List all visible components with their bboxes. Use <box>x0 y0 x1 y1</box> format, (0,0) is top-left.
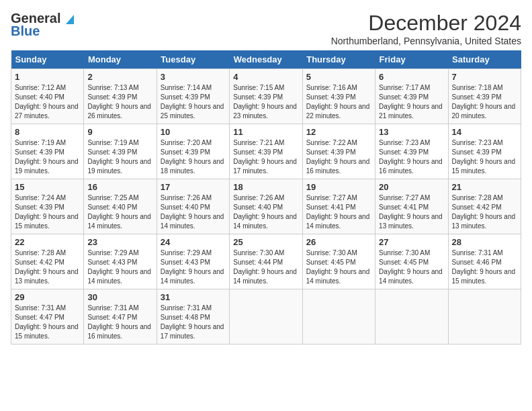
day-cell: 16 Sunrise: 7:25 AM Sunset: 4:40 PM Dayl… <box>84 179 157 234</box>
month-year: December 2024 <box>331 11 521 36</box>
day-info: Sunrise: 7:22 AM Sunset: 4:39 PM Dayligh… <box>306 139 370 175</box>
day-number: 23 <box>87 237 152 247</box>
day-info: Sunrise: 7:29 AM Sunset: 4:43 PM Dayligh… <box>161 249 224 285</box>
day-info: Sunrise: 7:13 AM Sunset: 4:39 PM Dayligh… <box>87 84 151 120</box>
day-number: 7 <box>452 72 517 82</box>
calendar-table: SundayMondayTuesdayWednesdayThursdayFrid… <box>11 50 521 345</box>
logo-icon <box>62 12 75 26</box>
day-cell <box>302 289 375 345</box>
day-info: Sunrise: 7:31 AM Sunset: 4:48 PM Dayligh… <box>161 304 224 340</box>
day-info: Sunrise: 7:27 AM Sunset: 4:41 PM Dayligh… <box>379 194 443 230</box>
logo: General Blue <box>11 11 75 39</box>
day-number: 6 <box>379 72 444 82</box>
day-cell: 11 Sunrise: 7:21 AM Sunset: 4:39 PM Dayl… <box>230 124 302 179</box>
day-number: 29 <box>15 292 80 302</box>
day-info: Sunrise: 7:23 AM Sunset: 4:39 PM Dayligh… <box>379 139 443 175</box>
logo-blue-text: Blue <box>11 24 40 39</box>
day-cell: 19 Sunrise: 7:27 AM Sunset: 4:41 PM Dayl… <box>302 179 375 234</box>
day-cell: 6 Sunrise: 7:17 AM Sunset: 4:39 PM Dayli… <box>375 69 448 124</box>
header-cell-sunday: Sunday <box>11 50 84 69</box>
day-info: Sunrise: 7:23 AM Sunset: 4:39 PM Dayligh… <box>452 139 516 175</box>
day-info: Sunrise: 7:14 AM Sunset: 4:39 PM Dayligh… <box>161 84 224 120</box>
day-cell: 3 Sunrise: 7:14 AM Sunset: 4:39 PM Dayli… <box>157 69 229 124</box>
day-cell: 2 Sunrise: 7:13 AM Sunset: 4:39 PM Dayli… <box>84 69 157 124</box>
day-info: Sunrise: 7:17 AM Sunset: 4:39 PM Dayligh… <box>379 84 443 120</box>
header-cell-monday: Monday <box>84 50 157 69</box>
day-number: 22 <box>15 237 80 247</box>
day-cell: 28 Sunrise: 7:31 AM Sunset: 4:46 PM Dayl… <box>448 234 521 289</box>
day-info: Sunrise: 7:19 AM Sunset: 4:39 PM Dayligh… <box>87 139 151 175</box>
day-number: 19 <box>306 182 371 192</box>
day-info: Sunrise: 7:21 AM Sunset: 4:39 PM Dayligh… <box>233 139 297 175</box>
day-cell: 4 Sunrise: 7:15 AM Sunset: 4:39 PM Dayli… <box>230 69 302 124</box>
header-cell-thursday: Thursday <box>302 50 375 69</box>
day-info: Sunrise: 7:31 AM Sunset: 4:47 PM Dayligh… <box>87 304 151 340</box>
day-number: 25 <box>233 237 298 247</box>
day-number: 14 <box>452 127 517 137</box>
day-cell: 10 Sunrise: 7:20 AM Sunset: 4:39 PM Dayl… <box>157 124 229 179</box>
day-cell: 27 Sunrise: 7:30 AM Sunset: 4:45 PM Dayl… <box>375 234 448 289</box>
day-cell: 29 Sunrise: 7:31 AM Sunset: 4:47 PM Dayl… <box>11 289 84 345</box>
day-cell <box>448 289 521 345</box>
week-row-5: 29 Sunrise: 7:31 AM Sunset: 4:47 PM Dayl… <box>11 289 521 345</box>
day-number: 20 <box>379 182 444 192</box>
day-info: Sunrise: 7:31 AM Sunset: 4:47 PM Dayligh… <box>15 304 79 340</box>
day-number: 5 <box>306 72 371 82</box>
day-cell: 13 Sunrise: 7:23 AM Sunset: 4:39 PM Dayl… <box>375 124 448 179</box>
day-cell: 18 Sunrise: 7:26 AM Sunset: 4:40 PM Dayl… <box>230 179 302 234</box>
day-cell: 25 Sunrise: 7:30 AM Sunset: 4:44 PM Dayl… <box>230 234 302 289</box>
day-cell: 20 Sunrise: 7:27 AM Sunset: 4:41 PM Dayl… <box>375 179 448 234</box>
day-number: 26 <box>306 237 371 247</box>
day-number: 15 <box>15 182 80 192</box>
day-cell: 5 Sunrise: 7:16 AM Sunset: 4:39 PM Dayli… <box>302 69 375 124</box>
day-cell: 22 Sunrise: 7:28 AM Sunset: 4:42 PM Dayl… <box>11 234 84 289</box>
day-info: Sunrise: 7:27 AM Sunset: 4:41 PM Dayligh… <box>306 194 370 230</box>
day-info: Sunrise: 7:25 AM Sunset: 4:40 PM Dayligh… <box>87 194 151 230</box>
day-cell <box>230 289 302 345</box>
day-info: Sunrise: 7:30 AM Sunset: 4:44 PM Dayligh… <box>233 249 297 285</box>
day-number: 27 <box>379 237 444 247</box>
day-cell: 17 Sunrise: 7:26 AM Sunset: 4:40 PM Dayl… <box>157 179 229 234</box>
day-cell: 12 Sunrise: 7:22 AM Sunset: 4:39 PM Dayl… <box>302 124 375 179</box>
day-cell: 26 Sunrise: 7:30 AM Sunset: 4:45 PM Dayl… <box>302 234 375 289</box>
day-info: Sunrise: 7:29 AM Sunset: 4:43 PM Dayligh… <box>87 249 151 285</box>
week-row-2: 8 Sunrise: 7:19 AM Sunset: 4:39 PM Dayli… <box>11 124 521 179</box>
title-block: December 2024 Northumberland, Pennsylvan… <box>331 11 521 46</box>
day-cell: 23 Sunrise: 7:29 AM Sunset: 4:43 PM Dayl… <box>84 234 157 289</box>
header-cell-wednesday: Wednesday <box>230 50 302 69</box>
day-cell: 31 Sunrise: 7:31 AM Sunset: 4:48 PM Dayl… <box>157 289 229 345</box>
header-cell-tuesday: Tuesday <box>157 50 229 69</box>
day-number: 4 <box>233 72 298 82</box>
day-number: 28 <box>452 237 517 247</box>
day-number: 3 <box>161 72 226 82</box>
day-info: Sunrise: 7:28 AM Sunset: 4:42 PM Dayligh… <box>452 194 516 230</box>
day-info: Sunrise: 7:15 AM Sunset: 4:39 PM Dayligh… <box>233 84 297 120</box>
day-number: 16 <box>87 182 152 192</box>
day-cell: 9 Sunrise: 7:19 AM Sunset: 4:39 PM Dayli… <box>84 124 157 179</box>
header-cell-friday: Friday <box>375 50 448 69</box>
day-info: Sunrise: 7:20 AM Sunset: 4:39 PM Dayligh… <box>161 139 224 175</box>
day-number: 24 <box>161 237 226 247</box>
day-info: Sunrise: 7:12 AM Sunset: 4:40 PM Dayligh… <box>15 84 79 120</box>
day-info: Sunrise: 7:26 AM Sunset: 4:40 PM Dayligh… <box>161 194 224 230</box>
day-number: 17 <box>161 182 226 192</box>
day-number: 2 <box>87 72 152 82</box>
day-cell: 8 Sunrise: 7:19 AM Sunset: 4:39 PM Dayli… <box>11 124 84 179</box>
header-cell-saturday: Saturday <box>448 50 521 69</box>
day-cell: 14 Sunrise: 7:23 AM Sunset: 4:39 PM Dayl… <box>448 124 521 179</box>
week-row-1: 1 Sunrise: 7:12 AM Sunset: 4:40 PM Dayli… <box>11 69 521 124</box>
day-cell: 1 Sunrise: 7:12 AM Sunset: 4:40 PM Dayli… <box>11 69 84 124</box>
day-info: Sunrise: 7:26 AM Sunset: 4:40 PM Dayligh… <box>233 194 297 230</box>
day-info: Sunrise: 7:30 AM Sunset: 4:45 PM Dayligh… <box>306 249 370 285</box>
day-cell: 7 Sunrise: 7:18 AM Sunset: 4:39 PM Dayli… <box>448 69 521 124</box>
header-row: SundayMondayTuesdayWednesdayThursdayFrid… <box>11 50 521 69</box>
location: Northumberland, Pennsylvania, United Sta… <box>331 36 521 46</box>
day-cell: 24 Sunrise: 7:29 AM Sunset: 4:43 PM Dayl… <box>157 234 229 289</box>
day-cell <box>375 289 448 345</box>
day-number: 12 <box>306 127 371 137</box>
day-number: 10 <box>161 127 226 137</box>
day-info: Sunrise: 7:28 AM Sunset: 4:42 PM Dayligh… <box>15 249 79 285</box>
day-number: 9 <box>87 127 152 137</box>
day-info: Sunrise: 7:19 AM Sunset: 4:39 PM Dayligh… <box>15 139 79 175</box>
day-number: 1 <box>15 72 80 82</box>
